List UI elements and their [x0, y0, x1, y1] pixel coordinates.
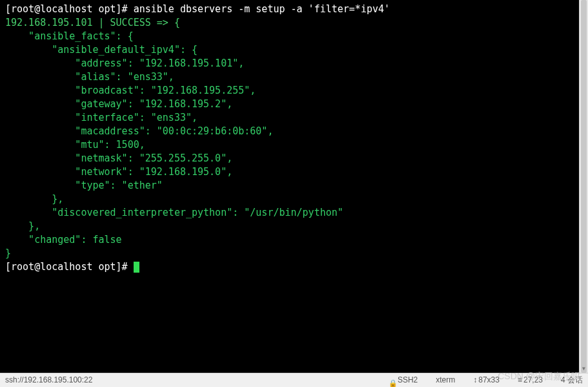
output-line: "netmask": "255.255.255.0", [5, 152, 583, 165]
cursor-label: 27,23 [523, 373, 543, 387]
output-line: "broadcast": "192.168.195.255", [5, 84, 583, 98]
scrollbar-vertical[interactable]: ▲ ▼ [579, 0, 588, 373]
output-line: "address": "192.168.195.101", [5, 57, 583, 70]
cursor-info: ≡ 27,23 [518, 373, 543, 387]
scrollbar-thumb[interactable] [581, 0, 587, 373]
output-line: }, [5, 193, 583, 206]
output-line: } [5, 247, 583, 260]
size-icon: ↕ [473, 373, 477, 387]
cursor [134, 262, 139, 273]
protocol-label: SSH2 [398, 373, 418, 387]
scrollbar-down-button[interactable]: ▼ [580, 364, 588, 373]
output-line: "network": "192.168.195.0", [5, 165, 583, 179]
term-info: xterm [436, 373, 455, 387]
cursor-icon: ≡ [518, 373, 522, 387]
output-line: "gateway": "192.168.195.2", [5, 98, 583, 111]
output-line: "interface": "ens33", [5, 111, 583, 125]
lock-icon [389, 377, 395, 384]
sessions-info: 4 会话 [561, 373, 583, 387]
output-line: "macaddress": "00:0c:29:b6:0b:60", [5, 125, 583, 138]
connection-label: ssh://192.168.195.100:22 [5, 373, 92, 387]
term-label: xterm [436, 373, 455, 387]
output-line: "mtu": 1500, [5, 138, 583, 152]
connection-info: ssh://192.168.195.100:22 [5, 373, 92, 387]
output-line: 192.168.195.101 | SUCCESS => { [5, 16, 583, 30]
output-line: }, [5, 220, 583, 233]
output-line: "discovered_interpreter_python": "/usr/b… [5, 206, 583, 220]
output-line: "alias": "ens33", [5, 70, 583, 84]
command-line: [root@localhost opt]# ansible dbservers … [5, 3, 583, 16]
prompt-line: [root@localhost opt]# [5, 260, 583, 274]
output-line: "changed": false [5, 233, 583, 247]
size-label: 87x33 [478, 373, 500, 387]
size-info: ↕ 87x33 [473, 373, 500, 387]
command-text: ansible dbservers -m setup -a 'filter=*i… [134, 3, 390, 15]
prompt: [root@localhost opt]# [5, 3, 134, 15]
output-line: "type": "ether" [5, 179, 583, 193]
output-line: "ansible_facts": { [5, 30, 583, 43]
sessions-label: 4 会话 [561, 373, 583, 387]
status-bar: ssh://192.168.195.100:22 SSH2 xterm ↕ 87… [0, 373, 588, 387]
terminal-area[interactable]: [root@localhost opt]# ansible dbservers … [0, 0, 588, 373]
prompt: [root@localhost opt]# [5, 261, 134, 273]
protocol-info: SSH2 [389, 373, 418, 387]
output-line: "ansible_default_ipv4": { [5, 43, 583, 57]
